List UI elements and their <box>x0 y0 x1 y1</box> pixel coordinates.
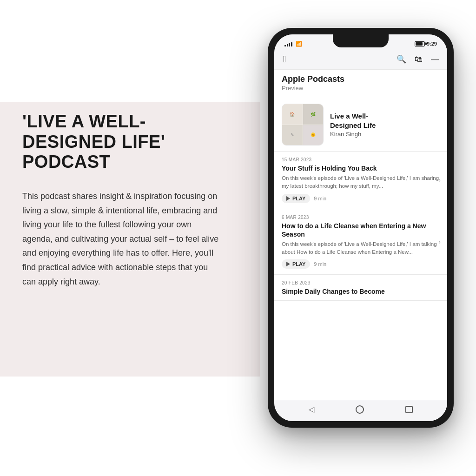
phone-notch <box>333 34 389 47</box>
nav-icons: 🔍 🛍 — <box>397 54 439 64</box>
podcast-info: Live a Well- Designed Life Kiran Singh <box>330 112 376 138</box>
episode-title-1: Your Stuff is Holding You Back <box>282 164 440 172</box>
episode-item-3[interactable]: 20 FEB 2023 Simple Daily Changes to Beco… <box>274 275 447 301</box>
episode-duration-2: 9 min <box>314 261 326 267</box>
phone-screen: 📶 9:29  🔍 🛍 — <box>274 34 447 421</box>
signal-bars <box>284 41 292 46</box>
episode-list: 15 MAR 2023 Your Stuff is Holding You Ba… <box>274 152 447 301</box>
play-label-1: PLAY <box>292 196 305 201</box>
wifi-icon: 📶 <box>296 41 302 47</box>
nav-home-button[interactable] <box>356 405 364 414</box>
play-button-1[interactable]: PLAY <box>282 194 310 203</box>
status-time: 9:29 <box>427 41 437 46</box>
bottom-nav-bar: ◁ <box>274 400 447 421</box>
play-label-2: PLAY <box>292 261 305 267</box>
play-button-2[interactable]: PLAY <box>282 259 310 269</box>
episode-item-2[interactable]: 6 MAR 2023 How to do a Life Cleanse when… <box>274 209 447 275</box>
app-content: Apple Podcasts Preview 🏠 🌿 ✎ 🌞 Live a We… <box>274 70 447 400</box>
chevron-right-icon-2: › <box>438 238 441 245</box>
episode-date-2: 6 MAR 2023 <box>282 215 440 220</box>
podcast-thumbnail: 🏠 🌿 ✎ 🌞 <box>282 104 324 145</box>
bag-icon[interactable]: 🛍 <box>415 55 423 64</box>
chevron-right-icon-1: › <box>438 176 441 184</box>
nav-recents-button[interactable] <box>405 406 413 413</box>
phone-outer: 📶 9:29  🔍 🛍 — <box>268 28 454 428</box>
app-header-title: Apple Podcasts <box>282 74 440 84</box>
phone-mockup: 📶 9:29  🔍 🛍 — <box>268 28 454 428</box>
podcast-card-title: Live a Well- Designed Life <box>330 112 376 130</box>
podcast-card[interactable]: 🏠 🌿 ✎ 🌞 Live a Well- Designed Life Kiran… <box>274 98 447 152</box>
episode-date-1: 15 MAR 2023 <box>282 157 440 162</box>
left-content-area: 'LIVE A WELL- DESIGNED LIFE' PODCAST Thi… <box>22 112 222 289</box>
episode-date-3: 20 FEB 2023 <box>282 280 440 285</box>
back-icon: ◁ <box>309 405 314 414</box>
home-icon <box>356 405 364 414</box>
episode-title-2: How to do a Life Cleanse when Entering a… <box>282 222 440 238</box>
episode-item-1[interactable]: 15 MAR 2023 Your Stuff is Holding You Ba… <box>274 152 447 209</box>
play-triangle-icon <box>286 196 290 201</box>
app-header: Apple Podcasts Preview <box>274 70 447 98</box>
nav-back-button[interactable]: ◁ <box>309 405 314 414</box>
app-header-subtitle: Preview <box>282 85 440 92</box>
battery-icon <box>415 41 425 46</box>
episode-play-1: PLAY 9 min <box>282 194 440 203</box>
recents-icon <box>405 406 413 413</box>
page-title: 'LIVE A WELL- DESIGNED LIFE' PODCAST <box>22 112 222 172</box>
episode-title-3: Simple Daily Changes to Become <box>282 287 440 296</box>
podcast-description: This podcast shares insight & inspiratio… <box>22 189 222 289</box>
menu-icon[interactable]: — <box>431 55 439 64</box>
play-triangle-icon-2 <box>286 262 290 266</box>
episode-play-2: PLAY 9 min <box>282 259 440 269</box>
status-left: 📶 <box>284 41 302 47</box>
episode-desc-2: On this week's episode of 'Live a Well-D… <box>282 240 440 256</box>
episode-duration-1: 9 min <box>314 196 326 201</box>
apple-logo-icon:  <box>283 54 286 65</box>
search-icon[interactable]: 🔍 <box>397 54 406 64</box>
podcast-card-author: Kiran Singh <box>330 131 376 138</box>
episode-desc-1: On this week's episode of 'Live a Well-D… <box>282 174 440 190</box>
status-right: 9:29 <box>415 41 437 46</box>
app-navbar:  🔍 🛍 — <box>274 51 447 69</box>
